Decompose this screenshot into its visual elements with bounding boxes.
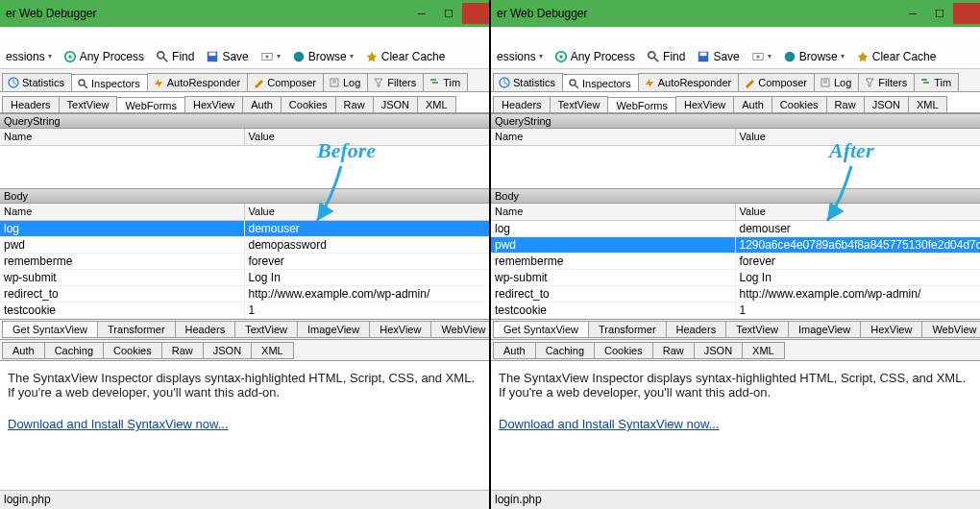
resptab-textview[interactable]: TextView [725,321,789,338]
tab-composer[interactable]: Composer [738,73,815,91]
body-col-name[interactable]: Name [491,204,736,220]
resptab-caching[interactable]: Caching [535,342,595,359]
resptab-xml[interactable]: XML [742,342,785,359]
tab-filters[interactable]: Filters [858,73,915,91]
table-row[interactable]: redirect_tohttp://www.example.com/wp-adm… [0,286,489,303]
tab-timeline[interactable]: Tim [914,73,959,91]
tab-autoresponder[interactable]: AutoResponder [638,73,739,91]
resptab-hexview[interactable]: HexView [369,321,431,338]
resptab-raw[interactable]: Raw [652,342,695,359]
screenshot-icon[interactable]: ▾ [257,49,284,64]
resptab-webview[interactable]: WebView [430,321,489,338]
reqtab-cookies[interactable]: Cookies [772,96,827,112]
reqtab-raw[interactable]: Raw [826,96,865,112]
body-col-name[interactable]: Name [0,204,245,220]
clear-cache-button[interactable]: Clear Cache [361,49,450,64]
resptab-textview[interactable]: TextView [234,321,298,338]
reqtab-auth[interactable]: Auth [733,96,772,112]
resptab-json[interactable]: JSON [694,342,743,359]
resptab-imageview[interactable]: ImageView [788,321,861,338]
reqtab-textview[interactable]: TextView [550,96,609,112]
reqtab-raw[interactable]: Raw [335,96,374,112]
table-row[interactable]: pwddemopassword [0,237,489,254]
find-button[interactable]: Find [643,49,689,64]
reqtab-webforms[interactable]: WebForms [116,97,185,113]
screenshot-icon[interactable]: ▾ [747,49,775,64]
resptab-transformer[interactable]: Transformer [588,321,667,338]
qs-col-value[interactable]: Value [245,129,490,145]
tab-filters[interactable]: Filters [367,73,424,91]
table-row[interactable]: logdemouser [491,221,980,237]
browse-button[interactable]: Browse ▾ [779,49,848,64]
resptab-headers[interactable]: Headers [175,321,236,338]
resptab-auth[interactable]: Auth [493,342,536,359]
table-row[interactable]: wp-submitLog In [491,270,980,286]
reqtab-hexview[interactable]: HexView [184,96,243,112]
tab-log[interactable]: Log [814,73,859,91]
reqtab-json[interactable]: JSON [864,96,909,112]
tab-inspectors[interactable]: Inspectors [71,74,148,92]
resptab-imageview[interactable]: ImageView [297,321,370,338]
find-button[interactable]: Find [152,49,198,64]
resptab-cookies[interactable]: Cookies [594,342,653,359]
reqtab-hexview[interactable]: HexView [675,96,734,112]
tab-timeline[interactable]: Tim [423,73,468,91]
qs-col-value[interactable]: Value [736,129,981,145]
resptab-transformer[interactable]: Transformer [97,321,176,338]
tab-statistics[interactable]: Statistics [2,73,72,91]
close-button[interactable] [462,3,489,24]
reqtab-cookies[interactable]: Cookies [281,96,336,112]
reqtab-textview[interactable]: TextView [59,96,118,112]
syntaxview-download-link[interactable]: Download and Install SyntaxView now... [499,417,720,431]
resptab-getsyntax[interactable]: Get SyntaxView [2,321,98,338]
tab-inspectors[interactable]: Inspectors [562,74,639,92]
qs-col-name[interactable]: Name [0,129,245,145]
resptab-headers[interactable]: Headers [666,321,727,338]
tab-statistics[interactable]: Statistics [493,73,563,91]
sessions-menu[interactable]: essions ▾ [2,49,56,64]
table-row[interactable]: logdemouser [0,221,489,237]
save-button[interactable]: Save [202,49,252,64]
body-col-value[interactable]: Value [736,204,981,220]
minimize-button[interactable]: ─ [408,3,435,24]
any-process-button[interactable]: Any Process [551,49,639,64]
resptab-getsyntax[interactable]: Get SyntaxView [493,321,589,338]
resptab-webview[interactable]: WebView [921,321,980,338]
reqtab-headers[interactable]: Headers [493,96,551,112]
reqtab-headers[interactable]: Headers [2,96,60,112]
table-row[interactable]: remembermeforever [491,254,980,270]
resptab-json[interactable]: JSON [203,342,252,359]
resptab-cookies[interactable]: Cookies [103,342,162,359]
maximize-button[interactable]: ☐ [926,3,953,24]
any-process-button[interactable]: Any Process [60,49,148,64]
reqtab-xml[interactable]: XML [417,96,456,112]
tab-autoresponder[interactable]: AutoResponder [147,73,248,91]
clear-cache-button[interactable]: Clear Cache [852,49,941,64]
body-col-value[interactable]: Value [245,204,490,220]
resptab-auth[interactable]: Auth [2,342,45,359]
table-row[interactable]: remembermeforever [0,254,489,270]
table-row[interactable]: testcookie1 [0,303,489,319]
resptab-hexview[interactable]: HexView [860,321,922,338]
resptab-xml[interactable]: XML [251,342,294,359]
minimize-button[interactable]: ─ [899,3,926,24]
save-button[interactable]: Save [693,49,743,64]
qs-col-name[interactable]: Name [491,129,736,145]
reqtab-json[interactable]: JSON [373,96,418,112]
reqtab-auth[interactable]: Auth [242,96,282,112]
syntaxview-download-link[interactable]: Download and Install SyntaxView now... [8,417,229,431]
table-row[interactable]: pwd1290a6ce4e0789a6b4f8a845775130fe2d04d… [491,237,980,254]
sessions-menu[interactable]: essions ▾ [493,49,547,64]
tab-composer[interactable]: Composer [247,73,324,91]
table-row[interactable]: wp-submitLog In [0,270,489,286]
tab-log[interactable]: Log [323,73,368,91]
resptab-caching[interactable]: Caching [44,342,104,359]
maximize-button[interactable]: ☐ [435,3,462,24]
browse-button[interactable]: Browse ▾ [288,49,357,64]
reqtab-webforms[interactable]: WebForms [607,97,676,113]
table-row[interactable]: redirect_tohttp://www.example.com/wp-adm… [491,286,980,303]
close-button[interactable] [953,3,980,24]
resptab-raw[interactable]: Raw [161,342,204,359]
table-row[interactable]: testcookie1 [491,303,980,319]
reqtab-xml[interactable]: XML [908,96,947,112]
